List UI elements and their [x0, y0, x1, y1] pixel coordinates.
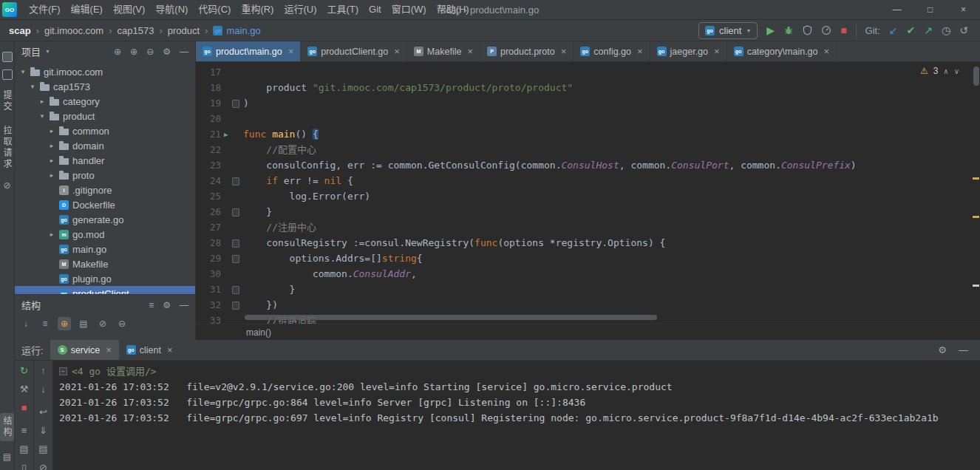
vertical-scrollbar[interactable] [973, 67, 979, 86]
close-icon[interactable]: × [394, 46, 400, 57]
tree-item[interactable]: ▸go.mod [15, 227, 195, 242]
fold-icon[interactable] [232, 239, 239, 248]
tree-item[interactable]: ▾product [15, 109, 195, 123]
menu-item[interactable]: 导航(N) [150, 0, 193, 19]
hide-panel-button[interactable]: — [959, 344, 968, 355]
prev-warning-button[interactable]: ∧ [943, 67, 948, 75]
horizontal-scrollbar[interactable] [245, 315, 657, 320]
clear-console-button[interactable]: ⊘ [39, 462, 47, 470]
locate-file-button[interactable]: ⊕ [114, 47, 121, 57]
tree-item[interactable]: main.go [15, 242, 195, 256]
tree-item[interactable]: ▸category [15, 94, 195, 109]
stripe-mark[interactable] [973, 285, 979, 287]
menu-item[interactable]: 运行(U) [279, 0, 321, 19]
profiler-button[interactable] [821, 25, 831, 35]
close-icon[interactable]: × [288, 46, 294, 57]
run-tab[interactable]: client× [119, 340, 180, 360]
fold-icon[interactable] [232, 255, 239, 263]
settings-icon[interactable]: ⚙ [163, 300, 171, 310]
down-arrow-button[interactable]: ↓ [41, 384, 46, 395]
run-button[interactable]: ▶ [766, 25, 775, 35]
editor-tab[interactable]: product\main.go× [196, 41, 301, 61]
bookmarks-toolwindow-button[interactable] [2, 69, 13, 80]
commit-toolwindow-button[interactable]: 提交 [1, 90, 13, 112]
next-warning-button[interactable]: ∨ [954, 67, 959, 75]
tree-item[interactable]: plugin.go [15, 271, 195, 286]
close-button[interactable]: × [947, 0, 980, 19]
stripe-icon[interactable]: ⊘ [3, 180, 10, 191]
pull-requests-toolwindow-button[interactable]: 拉取请求 [1, 126, 13, 170]
editor-tab[interactable]: config.go× [574, 41, 650, 61]
hide-panel-button[interactable]: — [180, 300, 188, 310]
menu-item[interactable]: 代码(C) [193, 0, 236, 19]
fold-icon[interactable]: − [59, 367, 67, 375]
chevron-down-icon[interactable]: ▼ [45, 49, 50, 54]
trash-icon[interactable]: ▯ [21, 462, 27, 470]
editor-tab[interactable]: productClient.go× [301, 41, 407, 61]
close-icon[interactable]: × [714, 46, 720, 57]
collapse-all-button[interactable]: ⊖ [146, 47, 154, 57]
close-icon[interactable]: × [561, 46, 567, 57]
editor-tab[interactable]: product.proto× [480, 41, 574, 61]
breadcrumb-item[interactable]: main.go [213, 25, 260, 36]
warning-stripe-mark[interactable] [973, 177, 979, 180]
editor-tab[interactable]: category\main.go× [727, 41, 837, 61]
rollback-button[interactable]: ↺ [959, 25, 968, 35]
breadcrumb-item[interactable]: git.imooc.com [44, 25, 103, 36]
editor-breadcrumbs[interactable]: main() [196, 324, 980, 340]
folded-log-line[interactable]: − <4 go 设置调用/> [59, 364, 980, 379]
menu-item[interactable]: 重构(R) [236, 0, 279, 19]
run-config-selector[interactable]: client ▼ [698, 22, 758, 39]
tree-item[interactable]: ▸handler [15, 153, 195, 168]
breadcrumb-item[interactable]: cap1573 [118, 25, 154, 36]
git-update-button[interactable]: ↙ [889, 25, 898, 35]
menu-item[interactable]: 窗口(W) [387, 0, 432, 19]
close-icon[interactable]: × [106, 344, 112, 355]
close-icon[interactable]: × [637, 46, 643, 57]
rerun-button[interactable]: ↻ [20, 365, 28, 377]
minimize-button[interactable]: — [880, 0, 913, 19]
breadcrumb-item[interactable]: scap [9, 25, 31, 36]
fold-icon[interactable] [232, 100, 239, 108]
filter-button[interactable]: ≡ [149, 300, 154, 310]
console-history-button[interactable]: ▤ [19, 443, 28, 455]
inspection-widget[interactable]: ⚠ 3 ∧ ∨ [920, 66, 959, 76]
soft-wrap-button[interactable]: ↩ [39, 406, 47, 418]
sort-kind-button[interactable]: ≡ [38, 317, 52, 330]
expand-all-button[interactable]: ⊕ [130, 47, 137, 57]
breadcrumb-item[interactable]: product [168, 25, 200, 36]
show-fields-button[interactable]: ▤ [77, 317, 90, 330]
run-line-icon[interactable]: ▶ [224, 127, 228, 143]
stop-button[interactable]: ■ [21, 402, 27, 414]
menu-item[interactable]: 文件(F) [24, 0, 66, 19]
warning-stripe-mark[interactable] [973, 216, 979, 218]
menu-item[interactable]: 工具(T) [321, 0, 364, 19]
project-toolwindow-button[interactable] [2, 52, 13, 62]
tree-item[interactable]: ▸domain [15, 138, 195, 153]
git-commit-button[interactable]: ✔ [907, 25, 916, 35]
fold-icon[interactable] [232, 208, 239, 217]
toolwindow-switcher-icon[interactable]: ▤ [3, 452, 11, 462]
collapse-all-button[interactable]: ⊖ [115, 317, 129, 330]
editor-tab[interactable]: jaeger.go× [650, 41, 727, 61]
sort-alpha-button[interactable]: ↓ [19, 317, 33, 330]
up-arrow-button[interactable]: ↑ [41, 365, 46, 377]
code-area[interactable]: 1718 product "git.imooc.com/cap1573/prod… [196, 62, 980, 328]
structure-toolwindow-button[interactable]: 结构 [0, 413, 14, 441]
menu-item[interactable]: Git [364, 0, 387, 19]
tree-item[interactable]: ▸proto [15, 168, 195, 183]
menu-item[interactable]: 视图(V) [108, 0, 150, 19]
print-button[interactable]: ▤ [38, 443, 47, 455]
fold-icon[interactable] [232, 177, 239, 185]
breadcrumb-element[interactable]: main() [246, 327, 271, 338]
coverage-button[interactable] [803, 25, 812, 35]
fold-icon[interactable] [232, 286, 239, 294]
git-push-button[interactable]: ↗ [924, 25, 933, 35]
close-icon[interactable]: × [167, 344, 173, 355]
tree-item[interactable]: ▾git.imooc.com [15, 64, 195, 79]
tree-item[interactable]: Makefile [15, 256, 195, 271]
tree-item[interactable]: Dockerfile [15, 197, 195, 212]
close-icon[interactable]: × [824, 46, 830, 57]
tree-item[interactable]: ▾cap1573 [15, 79, 195, 94]
group-methods-button[interactable]: ⊕ [58, 317, 71, 330]
